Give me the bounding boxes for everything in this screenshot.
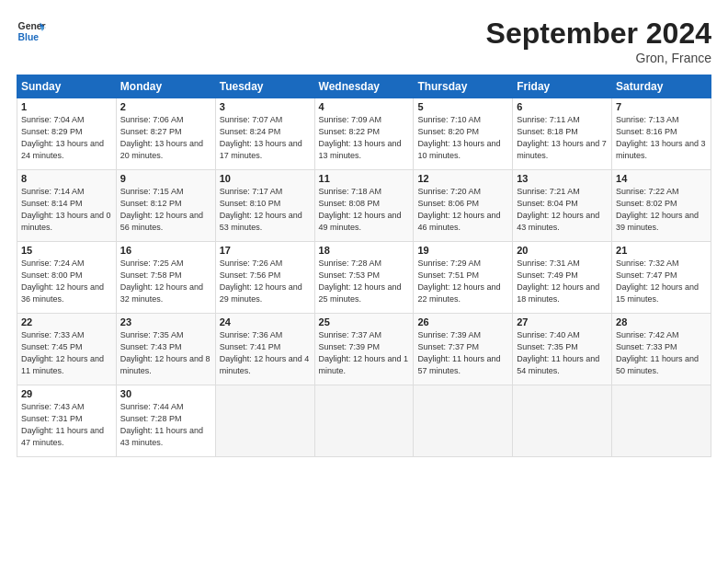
day-number: 7 [616, 101, 707, 112]
day-info: Sunrise: 7:10 AMSunset: 8:20 PMDaylight:… [417, 114, 508, 162]
calendar-cell: 19Sunrise: 7:29 AMSunset: 7:51 PMDayligh… [414, 242, 513, 314]
day-info: Sunrise: 7:21 AMSunset: 8:04 PMDaylight:… [517, 186, 608, 234]
day-number: 21 [616, 245, 707, 256]
calendar-cell [414, 385, 513, 457]
calendar-cell: 27Sunrise: 7:40 AMSunset: 7:35 PMDayligh… [513, 314, 612, 385]
calendar-week-0: 1Sunrise: 7:04 AMSunset: 8:29 PMDaylight… [17, 98, 711, 170]
calendar-cell: 20Sunrise: 7:31 AMSunset: 7:49 PMDayligh… [513, 242, 612, 314]
location: Gron, France [486, 51, 711, 65]
calendar-cell: 10Sunrise: 7:17 AMSunset: 8:10 PMDayligh… [215, 170, 314, 242]
day-info: Sunrise: 7:18 AMSunset: 8:08 PMDaylight:… [319, 186, 410, 234]
day-info: Sunrise: 7:44 AMSunset: 7:28 PMDaylight:… [120, 401, 211, 449]
day-number: 1 [21, 101, 112, 112]
day-number: 5 [417, 101, 508, 112]
calendar-cell: 14Sunrise: 7:22 AMSunset: 8:02 PMDayligh… [612, 170, 711, 242]
calendar-cell [314, 385, 414, 457]
day-number: 12 [417, 173, 508, 184]
calendar-cell: 7Sunrise: 7:13 AMSunset: 8:16 PMDaylight… [612, 98, 711, 170]
day-number: 30 [120, 388, 211, 399]
calendar-cell: 17Sunrise: 7:26 AMSunset: 7:56 PMDayligh… [215, 242, 314, 314]
day-info: Sunrise: 7:09 AMSunset: 8:22 PMDaylight:… [319, 114, 410, 162]
calendar-page: General Blue September 2024 Gron, France… [0, 0, 728, 563]
day-info: Sunrise: 7:33 AMSunset: 7:45 PMDaylight:… [21, 329, 112, 377]
calendar-table: Sunday Monday Tuesday Wednesday Thursday… [17, 75, 711, 457]
day-number: 6 [517, 101, 608, 112]
day-info: Sunrise: 7:15 AMSunset: 8:12 PMDaylight:… [120, 186, 211, 234]
day-info: Sunrise: 7:17 AMSunset: 8:10 PMDaylight:… [220, 186, 311, 234]
calendar-cell: 15Sunrise: 7:24 AMSunset: 8:00 PMDayligh… [17, 242, 117, 314]
col-wednesday: Wednesday [314, 75, 414, 98]
calendar-cell: 11Sunrise: 7:18 AMSunset: 8:08 PMDayligh… [314, 170, 414, 242]
day-number: 28 [616, 316, 707, 327]
calendar-cell [215, 385, 314, 457]
day-info: Sunrise: 7:39 AMSunset: 7:37 PMDaylight:… [417, 329, 508, 377]
day-number: 14 [616, 173, 707, 184]
title-block: September 2024 Gron, France [486, 17, 711, 65]
calendar-cell: 5Sunrise: 7:10 AMSunset: 8:20 PMDaylight… [414, 98, 513, 170]
day-info: Sunrise: 7:20 AMSunset: 8:06 PMDaylight:… [417, 186, 508, 234]
day-info: Sunrise: 7:25 AMSunset: 7:58 PMDaylight:… [120, 258, 211, 305]
day-number: 29 [21, 388, 112, 399]
day-number: 24 [220, 316, 311, 327]
day-info: Sunrise: 7:32 AMSunset: 7:47 PMDaylight:… [616, 258, 707, 305]
calendar-cell: 23Sunrise: 7:35 AMSunset: 7:43 PMDayligh… [116, 314, 215, 385]
day-number: 17 [220, 245, 311, 256]
day-number: 26 [417, 316, 508, 327]
calendar-cell: 13Sunrise: 7:21 AMSunset: 8:04 PMDayligh… [513, 170, 612, 242]
day-info: Sunrise: 7:37 AMSunset: 7:39 PMDaylight:… [319, 329, 410, 377]
calendar-cell: 25Sunrise: 7:37 AMSunset: 7:39 PMDayligh… [314, 314, 414, 385]
calendar-cell: 26Sunrise: 7:39 AMSunset: 7:37 PMDayligh… [414, 314, 513, 385]
month-title: September 2024 [486, 17, 711, 51]
day-number: 27 [517, 316, 608, 327]
day-number: 11 [319, 173, 410, 184]
col-tuesday: Tuesday [215, 75, 314, 98]
header-row: Sunday Monday Tuesday Wednesday Thursday… [17, 75, 711, 98]
day-number: 20 [517, 245, 608, 256]
day-info: Sunrise: 7:07 AMSunset: 8:24 PMDaylight:… [220, 114, 311, 162]
day-info: Sunrise: 7:13 AMSunset: 8:16 PMDaylight:… [616, 114, 707, 162]
day-info: Sunrise: 7:24 AMSunset: 8:00 PMDaylight:… [21, 258, 112, 305]
calendar-cell: 24Sunrise: 7:36 AMSunset: 7:41 PMDayligh… [215, 314, 314, 385]
day-info: Sunrise: 7:14 AMSunset: 8:14 PMDaylight:… [21, 186, 112, 234]
calendar-cell: 28Sunrise: 7:42 AMSunset: 7:33 PMDayligh… [612, 314, 711, 385]
day-number: 16 [120, 245, 211, 256]
calendar-cell: 16Sunrise: 7:25 AMSunset: 7:58 PMDayligh… [116, 242, 215, 314]
calendar-cell: 9Sunrise: 7:15 AMSunset: 8:12 PMDaylight… [116, 170, 215, 242]
calendar-cell: 2Sunrise: 7:06 AMSunset: 8:27 PMDaylight… [116, 98, 215, 170]
day-number: 8 [21, 173, 112, 184]
day-info: Sunrise: 7:26 AMSunset: 7:56 PMDaylight:… [220, 258, 311, 305]
calendar-cell [513, 385, 612, 457]
day-info: Sunrise: 7:31 AMSunset: 7:49 PMDaylight:… [517, 258, 608, 305]
col-friday: Friday [513, 75, 612, 98]
calendar-week-1: 8Sunrise: 7:14 AMSunset: 8:14 PMDaylight… [17, 170, 711, 242]
logo-icon: General Blue [17, 17, 46, 46]
calendar-week-2: 15Sunrise: 7:24 AMSunset: 8:00 PMDayligh… [17, 242, 711, 314]
calendar-cell: 3Sunrise: 7:07 AMSunset: 8:24 PMDaylight… [215, 98, 314, 170]
day-number: 15 [21, 245, 112, 256]
calendar-cell: 6Sunrise: 7:11 AMSunset: 8:18 PMDaylight… [513, 98, 612, 170]
day-info: Sunrise: 7:42 AMSunset: 7:33 PMDaylight:… [616, 329, 707, 377]
day-number: 4 [319, 101, 410, 112]
calendar-cell: 1Sunrise: 7:04 AMSunset: 8:29 PMDaylight… [17, 98, 117, 170]
day-number: 23 [120, 316, 211, 327]
day-number: 19 [417, 245, 508, 256]
day-number: 3 [220, 101, 311, 112]
calendar-cell: 29Sunrise: 7:43 AMSunset: 7:31 PMDayligh… [17, 385, 117, 457]
calendar-cell [612, 385, 711, 457]
day-number: 13 [517, 173, 608, 184]
calendar-cell: 30Sunrise: 7:44 AMSunset: 7:28 PMDayligh… [116, 385, 215, 457]
calendar-cell: 22Sunrise: 7:33 AMSunset: 7:45 PMDayligh… [17, 314, 117, 385]
day-number: 10 [220, 173, 311, 184]
day-info: Sunrise: 7:28 AMSunset: 7:53 PMDaylight:… [319, 258, 410, 305]
day-info: Sunrise: 7:29 AMSunset: 7:51 PMDaylight:… [417, 258, 508, 305]
day-number: 22 [21, 316, 112, 327]
day-info: Sunrise: 7:35 AMSunset: 7:43 PMDaylight:… [120, 329, 211, 377]
col-saturday: Saturday [612, 75, 711, 98]
logo: General Blue [17, 17, 46, 46]
day-info: Sunrise: 7:04 AMSunset: 8:29 PMDaylight:… [21, 114, 112, 162]
day-number: 25 [319, 316, 410, 327]
day-info: Sunrise: 7:06 AMSunset: 8:27 PMDaylight:… [120, 114, 211, 162]
calendar-cell: 18Sunrise: 7:28 AMSunset: 7:53 PMDayligh… [314, 242, 414, 314]
day-number: 2 [120, 101, 211, 112]
day-info: Sunrise: 7:40 AMSunset: 7:35 PMDaylight:… [517, 329, 608, 377]
